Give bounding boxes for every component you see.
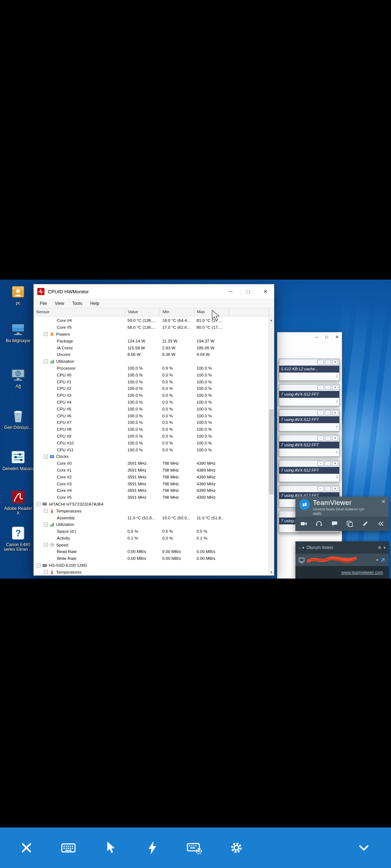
tree-expander[interactable]: −	[44, 359, 48, 363]
sensor-row-space-d[interactable]: Space (d:)0.5 %0.5 %0.5 %	[34, 528, 268, 535]
sensor-row-uncore[interactable]: Uncore8.56 W8.36 W9.04 W	[34, 351, 268, 358]
sensor-row-cpu-6[interactable]: CPU #6100.0 %0.0 %100.0 %	[34, 412, 268, 419]
worker-minimize-button[interactable]: ─	[318, 486, 324, 491]
sensor-row-core-2[interactable]: Core #23591 MHz798 MHz4390 MHz	[34, 473, 268, 480]
tree-expander[interactable]: −	[37, 563, 41, 567]
background-close-button[interactable]: ✕	[335, 335, 339, 340]
minimize-button[interactable]: ─	[222, 284, 239, 299]
panel-handle-icon[interactable]: ›	[299, 545, 300, 550]
tree-expander[interactable]: −	[44, 332, 48, 336]
worker-maximize-button[interactable]: □	[325, 385, 331, 390]
desktop-icon-recycle-bin[interactable]: Geri Dönüşü...	[2, 408, 34, 430]
worker-maximize-button[interactable]: □	[325, 410, 331, 415]
sensor-row-speed[interactable]: −Speed	[34, 541, 268, 548]
worker-minimize-button[interactable]: ─	[318, 385, 324, 390]
menu-help[interactable]: Help	[86, 301, 103, 306]
worker-minimize-button[interactable]: ─	[318, 360, 324, 365]
desktop-icon-canon-manual[interactable]: ?Canon E480 series Ekran ...	[2, 525, 34, 552]
teamviewer-website-link[interactable]: www.teamviewer.com	[341, 570, 383, 575]
sensor-row-temperatures[interactable]: −Temperatures	[34, 507, 268, 514]
worker-close-button[interactable]: ✕	[332, 360, 338, 365]
sensor-row-cpu-8[interactable]: CPU #8100.0 %0.0 %100.0 %	[34, 426, 268, 433]
sensor-row-cpu-2[interactable]: CPU #2100.0 %0.0 %100.0 %	[34, 385, 268, 392]
sensor-row-cpu-1[interactable]: CPU #1100.0 %0.0 %100.0 %	[34, 378, 268, 385]
desktop-icon-adobe-reader[interactable]: Adobe Reader X	[2, 489, 34, 516]
sensor-row-core-5[interactable]: Core #558.0 °C (136....17.0 °C (62.6...8…	[34, 324, 268, 331]
worker-minimize-button[interactable]: ─	[318, 436, 324, 441]
worker-maximize-button[interactable]: □	[325, 436, 331, 441]
menu-view[interactable]: View	[51, 301, 68, 306]
sensor-row-cpu-7[interactable]: CPU #7100.0 %0.0 %100.0 %	[34, 419, 268, 426]
sensor-row-core-1[interactable]: Core #13591 MHz798 MHz4389 MHz	[34, 467, 268, 474]
sensor-row-processor[interactable]: Processor100.0 %0.9 %100.0 %	[34, 365, 268, 372]
scroll-up-arrow-icon[interactable]: ▲	[269, 317, 274, 323]
worker-maximize-button[interactable]: □	[325, 486, 331, 491]
tv-tool-video-icon[interactable]	[300, 520, 307, 527]
session-list-item[interactable]: ▾	[295, 554, 389, 566]
session-dropdown-icon[interactable]: ▾	[376, 558, 378, 562]
sensor-row-hs-ssd-e100-128g[interactable]: −HS-SSD-E100 128G	[34, 562, 268, 569]
sensor-row-package[interactable]: Package124.14 W11.29 W194.37 W	[34, 337, 268, 344]
sensor-row-core-3[interactable]: Core #33591 MHz798 MHz4390 MHz	[34, 480, 268, 487]
worker-maximize-button[interactable]: □	[325, 360, 331, 365]
hwmonitor-titlebar[interactable]: CPUID HWMonitor ─□✕	[34, 284, 274, 299]
sensor-row-cpu-4[interactable]: CPU #4100.0 %0.0 %100.0 %	[34, 399, 268, 406]
sensor-row-utilization[interactable]: −Utilization	[34, 521, 268, 528]
panel-close-icon[interactable]: ✕	[381, 499, 386, 505]
desktop-icon-pc[interactable]: pc	[2, 283, 34, 306]
background-minimize-button[interactable]: ─	[315, 335, 318, 340]
sensor-row-cpu-10[interactable]: CPU #10100.0 %0.0 %100.0 %	[34, 439, 268, 446]
tv-tool-whiteboard-icon[interactable]	[362, 520, 369, 527]
tv-tool-voip-icon[interactable]	[315, 520, 323, 527]
toolbar-keyboard-button[interactable]	[59, 838, 78, 858]
desktop-icon-network[interactable]: Ağ	[2, 366, 34, 389]
sensor-row-ia-cores[interactable]: IA Cores115.58 W2.93 W185.65 W	[34, 344, 268, 351]
toolbar-hide-toolbar-button[interactable]	[354, 838, 374, 858]
worker-close-button[interactable]: ✕	[332, 385, 338, 390]
tv-tool-file-transfer-icon[interactable]	[346, 520, 353, 527]
sensor-row-cpu-11[interactable]: CPU #11100.0 %0.0 %100.0 %	[34, 446, 268, 453]
sensor-row-cpu-9[interactable]: CPU #9100.0 %0.0 %100.0 %	[34, 433, 268, 440]
worker-minimize-button[interactable]: ─	[318, 461, 324, 466]
toolbar-close-session-button[interactable]	[17, 838, 36, 858]
worker-close-button[interactable]: ✕	[332, 486, 338, 491]
toolbar-mouse-pointer-button[interactable]	[101, 838, 120, 858]
tree-expander[interactable]: −	[44, 455, 48, 459]
worker-close-button[interactable]: ✕	[332, 461, 338, 466]
gear-icon[interactable]: ⚙	[378, 545, 382, 550]
sensor-row-core-4[interactable]: Core #43591 MHz798 MHz4390 MHz	[34, 487, 268, 494]
gear-dropdown-icon[interactable]: ▾	[383, 545, 386, 550]
scrollbar-thumb[interactable]	[269, 409, 274, 494]
sensor-row-read-rate[interactable]: Read Rate0.00 MB/s0.00 MB/s0.00 MB/s	[34, 548, 268, 555]
background-maximize-button[interactable]: □	[325, 335, 328, 340]
tree-expander[interactable]: −	[44, 543, 48, 547]
sensor-row-core-5[interactable]: Core #53591 MHz798 MHz4390 MHz	[34, 494, 268, 501]
worker-close-button[interactable]: ✕	[332, 410, 338, 415]
tree-expander[interactable]: −	[44, 570, 48, 574]
tree-expander[interactable]: −	[44, 509, 48, 513]
scroll-down-arrow-icon[interactable]: ▼	[269, 569, 274, 575]
tree-expander[interactable]: −	[44, 523, 48, 527]
toolbar-settings-button[interactable]	[227, 838, 246, 858]
connect-icon[interactable]	[380, 557, 386, 563]
sensor-row-core-0[interactable]: Core #03591 MHz798 MHz4390 MHz	[34, 460, 268, 467]
sensor-row-activity[interactable]: Activity0.1 %0.0 %0.1 %	[34, 535, 268, 542]
sensor-row-cpu-0[interactable]: CPU #0100.0 %0.0 %100.0 %	[34, 371, 268, 378]
desktop-icon-control-panel[interactable]: Denetim Masası	[2, 449, 34, 471]
sensor-row-powers[interactable]: −Powers	[34, 331, 268, 338]
toolbar-remote-keyboard-button[interactable]	[185, 838, 204, 858]
sensor-row-write-rate[interactable]: Write Rate0.00 MB/s0.00 MB/s0.00 MB/s	[34, 555, 268, 562]
sensor-row-assembly[interactable]: Assembly11.0 °C (51.8...10.0 °C (50.0...…	[34, 514, 268, 521]
desktop-icon-this-pc[interactable]: Bu bilgisayar	[2, 321, 34, 343]
sensor-row-cpu-3[interactable]: CPU #3100.0 %0.0 %100.0 %	[34, 392, 268, 399]
worker-close-button[interactable]: ✕	[332, 436, 338, 441]
sensor-row-cpu-5[interactable]: CPU #5100.0 %0.0 %100.0 %	[34, 405, 268, 412]
session-list-header[interactable]: › ▾ Oturum listesi ⚙ ▾	[295, 541, 389, 554]
maximize-button[interactable]: □	[239, 284, 257, 299]
tv-tool-chat-icon[interactable]	[331, 520, 338, 527]
sensor-row-hitachi-hts723232a7a364[interactable]: −HITACHI HTS723232A7A364	[34, 501, 268, 508]
sensor-row-core-4[interactable]: Core #459.0 °C (138....18.0 °C (64.4...8…	[34, 317, 268, 324]
close-button[interactable]: ✕	[257, 284, 274, 299]
menu-tools[interactable]: Tools	[68, 301, 86, 306]
tree-expander[interactable]: −	[37, 502, 41, 506]
